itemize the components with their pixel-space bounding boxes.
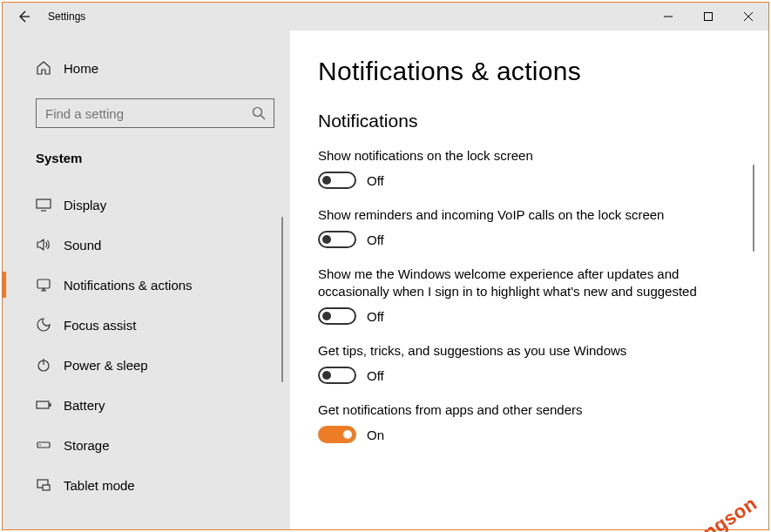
toggle-state-text: Off	[367, 173, 384, 188]
sidebar-item-sound[interactable]: Sound	[3, 225, 290, 265]
setting-label: Show notifications on the lock screen	[318, 147, 710, 165]
power-icon	[36, 357, 51, 373]
toggle-switch[interactable]	[318, 172, 356, 189]
setting-item: Get tips, tricks, and suggestions as you…	[318, 342, 710, 384]
setting-item: Show notifications on the lock screenOff	[318, 147, 710, 189]
svg-rect-10	[43, 485, 50, 490]
close-button[interactable]	[728, 3, 768, 30]
svg-point-8	[39, 444, 41, 446]
sidebar-item-display[interactable]: Display	[3, 185, 290, 225]
sidebar-item-label: Storage	[64, 438, 110, 453]
search-input[interactable]	[36, 98, 274, 128]
svg-rect-5	[37, 401, 49, 408]
setting-label: Get notifications from apps and other se…	[318, 401, 710, 419]
sidebar-item-focus[interactable]: Focus assist	[3, 305, 290, 345]
sidebar-item-power[interactable]: Power & sleep	[3, 345, 290, 385]
storage-icon	[36, 437, 51, 453]
toggle-state-text: Off	[367, 232, 384, 247]
svg-rect-0	[705, 13, 713, 21]
close-icon	[744, 12, 753, 21]
nav-home-label: Home	[64, 61, 98, 76]
svg-rect-7	[37, 442, 50, 448]
settings-list: Show notifications on the lock screenOff…	[318, 147, 768, 443]
toggle-state-text: On	[367, 428, 384, 442]
back-button[interactable]	[3, 3, 44, 30]
toggle-switch[interactable]	[318, 307, 356, 325]
sidebar-nav-list: DisplaySoundNotifications & actionsFocus…	[3, 185, 290, 505]
svg-rect-3	[37, 279, 50, 288]
battery-icon	[36, 397, 51, 413]
sidebar: Home System DisplaySoundNotifications & …	[3, 30, 290, 529]
window-controls	[648, 3, 768, 30]
maximize-button[interactable]	[688, 3, 728, 30]
sidebar-item-label: Focus assist	[64, 318, 136, 333]
sidebar-scrollbar[interactable]	[281, 217, 283, 382]
arrow-left-icon	[17, 10, 30, 24]
svg-rect-2	[37, 199, 51, 208]
maximize-icon	[704, 12, 713, 21]
sidebar-category: System	[3, 128, 290, 185]
setting-label: Get tips, tricks, and suggestions as you…	[318, 342, 710, 360]
nav-home[interactable]: Home	[3, 50, 290, 86]
toggle-switch[interactable]	[318, 426, 356, 443]
setting-label: Show reminders and incoming VoIP calls o…	[318, 206, 710, 224]
sidebar-item-label: Power & sleep	[64, 358, 148, 373]
sidebar-item-label: Notifications & actions	[64, 278, 193, 293]
search-icon	[252, 106, 266, 120]
sidebar-item-battery[interactable]: Battery	[3, 385, 290, 425]
sidebar-item-label: Battery	[64, 398, 105, 413]
svg-rect-6	[50, 403, 51, 407]
main-scrollbar[interactable]	[753, 165, 754, 252]
focus-icon	[36, 317, 51, 333]
setting-label: Show me the Windows welcome experience a…	[318, 266, 710, 300]
setting-item: Show me the Windows welcome experience a…	[318, 266, 710, 325]
home-icon	[36, 60, 51, 76]
minimize-icon	[664, 12, 673, 21]
toggle-switch[interactable]	[318, 367, 356, 384]
section-title: Notifications	[318, 111, 768, 131]
setting-item: Show reminders and incoming VoIP calls o…	[318, 206, 710, 248]
setting-item: Get notifications from apps and other se…	[318, 401, 710, 443]
sidebar-item-label: Tablet mode	[64, 478, 135, 493]
page-title: Notifications & actions	[318, 57, 768, 86]
display-icon	[36, 197, 51, 212]
sidebar-item-tablet[interactable]: Tablet mode	[3, 465, 290, 505]
toggle-state-text: Off	[367, 368, 384, 383]
search-container	[36, 98, 274, 128]
settings-window: Settings Home S	[2, 2, 769, 530]
main-content: Notifications & actions Notifications Sh…	[290, 30, 768, 529]
sidebar-item-notifications[interactable]: Notifications & actions	[3, 265, 290, 305]
sidebar-item-storage[interactable]: Storage	[3, 425, 290, 465]
sidebar-item-label: Sound	[64, 238, 101, 253]
toggle-switch[interactable]	[318, 231, 356, 248]
minimize-button[interactable]	[648, 3, 688, 30]
sound-icon	[36, 237, 51, 253]
notifications-icon	[36, 277, 51, 293]
svg-point-1	[254, 108, 262, 117]
sidebar-item-label: Display	[64, 198, 106, 212]
toggle-state-text: Off	[367, 309, 384, 324]
titlebar: Settings	[3, 3, 768, 30]
tablet-icon	[36, 477, 51, 493]
window-title: Settings	[48, 10, 85, 23]
